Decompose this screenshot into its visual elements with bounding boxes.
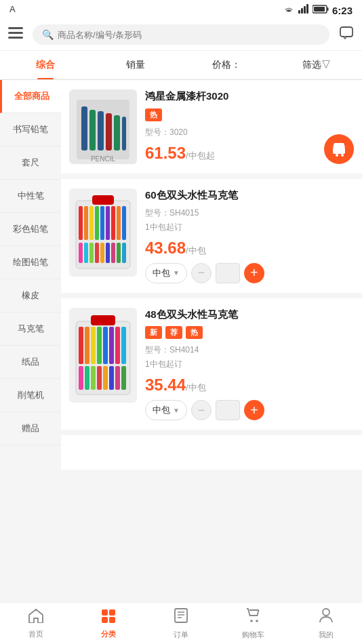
svg-rect-17 <box>114 115 120 150</box>
nav-item-cart[interactable]: 购物车 <box>217 603 289 644</box>
chevron-down-icon-p2: ▼ <box>173 269 180 277</box>
qty-plus-button-p2[interactable]: + <box>244 263 264 283</box>
sidebar-item-sharpener[interactable]: 削笔机 <box>0 379 61 412</box>
sort-bar: 综合 销量 价格： 筛选▽ <box>0 51 362 80</box>
user-icon <box>319 607 334 628</box>
time-display: 6:23 <box>332 5 353 16</box>
svg-rect-11 <box>340 27 353 37</box>
sidebar-item-eraser[interactable]: 橡皮 <box>0 279 61 313</box>
svg-rect-51 <box>115 327 120 364</box>
svg-rect-52 <box>121 327 126 364</box>
status-bar: A 6:23 <box>0 0 362 19</box>
svg-rect-54 <box>85 366 89 390</box>
price-unit-p1: /中包起 <box>186 150 215 161</box>
product-image-p1[interactable]: PENCIL <box>69 89 137 164</box>
svg-rect-62 <box>109 609 115 616</box>
price-unit-p2: /中包 <box>186 245 206 256</box>
signal-icon <box>298 4 309 16</box>
svg-rect-48 <box>97 327 102 364</box>
message-icon[interactable] <box>335 26 354 43</box>
product-image-p3[interactable] <box>69 308 137 403</box>
svg-rect-29 <box>100 206 104 240</box>
product-price-p2: 43.68/中包 <box>145 239 354 258</box>
svg-rect-8 <box>8 27 23 29</box>
sidebar-item-paper[interactable]: 纸品 <box>0 346 61 379</box>
nav-item-order[interactable]: 订单 <box>145 603 218 644</box>
sidebar-item-gel-pen[interactable]: 中性笔 <box>0 180 61 213</box>
svg-rect-25 <box>79 206 83 240</box>
order-icon <box>174 607 188 628</box>
product-title-p1: 鸿星金属漆杆3020 <box>145 89 354 103</box>
svg-rect-18 <box>122 117 126 150</box>
tag-hot-p1: 热 <box>145 108 162 121</box>
svg-rect-30 <box>106 206 110 240</box>
product-image-p2[interactable] <box>69 188 137 277</box>
main-layout: 全部商品 书写铅笔 套尺 中性笔 彩色铅笔 绘图铅笔 橡皮 马克笔 纸品 削笔机 <box>0 80 362 514</box>
search-icon: 🔍 <box>42 29 54 40</box>
tag-hot-p3: 热 <box>186 326 203 339</box>
svg-rect-15 <box>98 111 104 150</box>
nav-item-home[interactable]: 首页 <box>0 604 73 643</box>
search-bar: 🔍 <box>0 19 362 51</box>
svg-point-70 <box>256 620 258 622</box>
home-icon <box>28 608 44 627</box>
svg-point-22 <box>341 154 344 157</box>
svg-rect-59 <box>115 366 120 390</box>
qty-row-p2: 中包 ▼ − + <box>145 263 354 283</box>
tab-sales[interactable]: 销量 <box>91 51 182 79</box>
unit-select-p3[interactable]: 中包 ▼ <box>145 400 187 420</box>
sidebar-item-writing-pencil[interactable]: 书写铅笔 <box>0 113 61 146</box>
tab-comprehensive[interactable]: 综合 <box>0 51 91 79</box>
svg-rect-55 <box>91 366 96 390</box>
product-list: PENCIL 鸿星金属漆杆3020 热 型号：3020 61.53/中包起 <box>61 80 362 470</box>
product-model-p3: 型号：SH4014 <box>145 344 354 356</box>
search-input[interactable] <box>58 30 320 40</box>
search-box[interactable]: 🔍 <box>33 24 329 45</box>
unit-select-p2[interactable]: 中包 ▼ <box>145 263 187 283</box>
svg-rect-9 <box>8 32 23 34</box>
svg-rect-58 <box>109 366 114 390</box>
nav-label-cart: 购物车 <box>242 630 264 640</box>
svg-point-21 <box>336 154 338 157</box>
svg-rect-47 <box>91 327 96 364</box>
product-model-p1: 型号：3020 <box>145 127 354 138</box>
menu-icon[interactable] <box>8 27 27 43</box>
sidebar-item-drawing-pencil[interactable]: 绘图铅笔 <box>0 246 61 279</box>
qty-plus-button-p3[interactable]: + <box>244 400 264 420</box>
sidebar-item-marker[interactable]: 马克笔 <box>0 313 61 346</box>
sidebar-item-gift[interactable]: 赠品 <box>0 412 61 445</box>
svg-rect-13 <box>81 106 87 150</box>
svg-text:PENCIL: PENCIL <box>91 155 116 163</box>
svg-rect-64 <box>109 617 115 623</box>
nav-item-mine[interactable]: 我的 <box>289 603 362 644</box>
sidebar-item-color-pencil[interactable]: 彩色铅笔 <box>0 213 61 246</box>
svg-rect-27 <box>89 206 94 240</box>
qty-minus-button-p2[interactable]: − <box>191 263 212 283</box>
svg-rect-38 <box>100 243 104 263</box>
svg-rect-40 <box>111 243 115 263</box>
sidebar-item-ruler-set[interactable]: 套尺 <box>0 146 61 180</box>
wifi-icon <box>283 4 295 16</box>
svg-rect-24 <box>92 195 114 205</box>
tag-rec-p3: 荐 <box>165 326 182 339</box>
cart-icon <box>245 607 262 628</box>
svg-rect-61 <box>102 609 108 616</box>
svg-rect-7 <box>314 7 325 12</box>
svg-rect-3 <box>304 6 306 14</box>
sidebar-item-all[interactable]: 全部商品 <box>0 80 61 113</box>
svg-rect-16 <box>106 113 112 150</box>
svg-rect-37 <box>95 243 99 263</box>
svg-rect-35 <box>84 243 88 263</box>
tab-filter[interactable]: 筛选▽ <box>272 51 363 79</box>
tab-price[interactable]: 价格： <box>181 51 272 79</box>
svg-rect-2 <box>301 8 303 14</box>
svg-rect-33 <box>122 206 126 240</box>
qty-minus-button-p3[interactable]: − <box>191 400 212 420</box>
battery-icon <box>313 4 329 16</box>
product-moq-p3: 1中包起订 <box>145 359 354 370</box>
add-to-cart-button-p1[interactable] <box>324 134 354 164</box>
nav-item-category[interactable]: 分类 <box>73 604 145 643</box>
svg-rect-10 <box>8 37 23 39</box>
status-spacer: A <box>9 3 23 17</box>
svg-rect-46 <box>85 327 89 364</box>
